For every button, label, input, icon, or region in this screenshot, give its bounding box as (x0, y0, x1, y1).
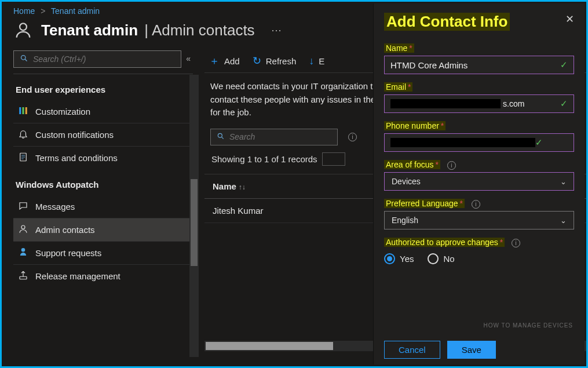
label-phone: Phone number* (384, 121, 445, 130)
svg-rect-4 (23, 107, 24, 114)
sidebar-item-notifications[interactable]: Custom notifications (13, 123, 193, 146)
field-auth: Authorized to approve changes* i Yes No (384, 238, 574, 264)
sidebar-item-support[interactable]: Support requests (13, 241, 193, 264)
add-label: Add (224, 56, 240, 66)
check-icon: ✓ (560, 60, 568, 70)
input-name[interactable] (390, 60, 560, 70)
sidebar-item-customization[interactable]: Customization (13, 100, 193, 123)
records-search[interactable] (210, 129, 338, 145)
sidebar: « End user experiences Customization Cus… (2, 50, 199, 357)
collapse-sidebar-icon[interactable]: « (186, 54, 191, 63)
sidebar-item-release[interactable]: Release management (13, 264, 193, 287)
release-icon (18, 270, 28, 282)
svg-point-0 (20, 23, 27, 30)
svg-point-10 (218, 133, 222, 137)
label-name: Name* (384, 43, 414, 53)
select-area-value: Devices (392, 177, 421, 186)
radio-dot-off (428, 253, 439, 264)
sidebar-item-admin-contacts[interactable]: Admin contacts (13, 218, 193, 241)
label-area: Area of focus* (384, 160, 440, 169)
email-redacted: s.com (390, 99, 560, 108)
select-lang-value: English (392, 216, 418, 225)
export-label: E (319, 56, 324, 66)
download-icon: ↓ (309, 55, 314, 67)
sidebar-item-label: Terms and conditions (35, 153, 118, 163)
sidebar-item-messages[interactable]: Messages (13, 195, 193, 218)
info-icon[interactable]: i (447, 161, 456, 170)
check-icon: ✓ (535, 137, 543, 148)
field-phone: Phone number* ✓ (384, 121, 574, 152)
col-name[interactable]: Name↑↓ (204, 174, 379, 198)
radio-no[interactable]: No (428, 253, 454, 264)
support-icon (18, 247, 28, 259)
radio-dot-on (384, 253, 395, 264)
svg-line-11 (221, 137, 223, 139)
search-icon (217, 132, 225, 142)
field-lang: Preferred Language* i English ⌄ (384, 199, 574, 229)
info-icon[interactable]: i (348, 133, 357, 141)
svg-point-7 (21, 225, 25, 229)
svg-line-2 (25, 59, 27, 61)
sidebar-section-autopatch: Windows Autopatch (13, 169, 193, 195)
sidebar-scrollbar[interactable] (189, 75, 199, 357)
field-name: Name* ✓ (384, 43, 574, 74)
radio-yes[interactable]: Yes (384, 253, 414, 264)
sidebar-item-label: Release management (35, 271, 120, 281)
info-icon[interactable]: i (512, 239, 520, 247)
label-auth: Authorized to approve changes* (384, 238, 505, 247)
person-icon (13, 20, 33, 40)
svg-rect-3 (19, 107, 21, 114)
check-icon: ✓ (560, 99, 568, 109)
sidebar-item-label: Custom notifications (35, 130, 114, 140)
save-button[interactable]: Save (447, 341, 496, 359)
sidebar-search-input[interactable] (33, 54, 175, 64)
breadcrumb-home[interactable]: Home (13, 6, 35, 16)
info-icon[interactable]: i (472, 200, 480, 209)
input-name-wrap[interactable]: ✓ (384, 56, 574, 74)
refresh-button[interactable]: ↻ Refresh (253, 54, 297, 67)
svg-rect-9 (20, 276, 27, 279)
sidebar-section-end-user: End user experiences (13, 74, 193, 100)
sidebar-search[interactable] (13, 50, 181, 68)
page-title: Tenant admin | Admin contacts (41, 21, 255, 39)
search-icon (20, 54, 28, 64)
close-icon[interactable]: ✕ (565, 13, 574, 25)
radio-yes-label: Yes (400, 254, 414, 264)
terms-icon (18, 152, 28, 164)
export-button[interactable]: ↓ E (309, 55, 324, 67)
breadcrumb-current[interactable]: Tenant admin (51, 6, 100, 16)
refresh-label: Refresh (266, 56, 297, 66)
svg-point-1 (21, 56, 26, 60)
field-email: Email* s.com ✓ (384, 82, 574, 113)
cancel-button[interactable]: Cancel (384, 341, 440, 359)
label-lang: Preferred Language* (384, 199, 465, 208)
add-contact-panel: Add Contact Info ✕ Name* ✓ Email* s.com … (373, 3, 585, 365)
records-count-box (322, 152, 345, 166)
person-icon (18, 224, 28, 236)
refresh-icon: ↻ (253, 54, 261, 67)
field-area: Area of focus* i Devices ⌄ (384, 160, 574, 191)
watermark: HOW TO MANAGE DEVICES (483, 322, 573, 329)
input-email-wrap[interactable]: s.com ✓ (384, 94, 574, 113)
svg-point-8 (21, 249, 24, 252)
panel-title: Add Contact Info (384, 13, 510, 31)
input-phone-wrap[interactable]: ✓ (384, 133, 574, 152)
sidebar-item-terms[interactable]: Terms and conditions (13, 146, 193, 169)
sidebar-item-label: Customization (35, 107, 90, 116)
sidebar-item-label: Messages (35, 202, 75, 212)
label-email: Email* (384, 82, 412, 92)
cell-name: Jitesh Kumar (204, 198, 379, 223)
select-lang[interactable]: English ⌄ (384, 211, 574, 229)
select-area[interactable]: Devices ⌄ (384, 172, 574, 191)
svg-rect-5 (25, 107, 27, 114)
radio-no-label: No (443, 254, 454, 264)
sidebar-item-label: Admin contacts (35, 225, 95, 235)
add-button[interactable]: ＋ Add (209, 54, 240, 68)
plus-icon: ＋ (209, 54, 220, 68)
more-actions-icon[interactable]: ⋯ (271, 24, 282, 37)
chevron-down-icon: ⌄ (560, 177, 567, 186)
customization-icon (18, 105, 28, 118)
bell-icon (18, 129, 28, 141)
records-search-input[interactable] (229, 132, 331, 141)
message-icon (18, 201, 28, 213)
